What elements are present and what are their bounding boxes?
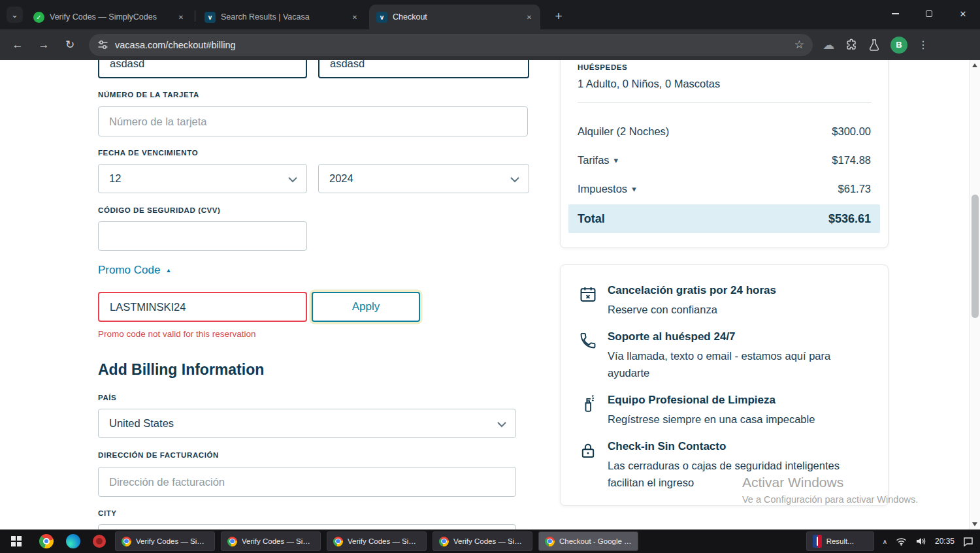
tab-checkout-active[interactable]: v Checkout ✕ (369, 5, 540, 29)
divider (578, 102, 872, 103)
tab-title: Verify Codes — SimplyCodes (50, 12, 170, 22)
promo-error-text: Promo code not valid for this reservatio… (98, 329, 256, 339)
country-select[interactable]: United States (98, 409, 516, 438)
total-label: Total (578, 212, 605, 226)
tab-verify-codes[interactable]: ✓ Verify Codes — SimplyCodes ✕ (26, 5, 192, 29)
taskbar-button-verify-3[interactable]: Verify Codes — Simp... (327, 531, 427, 551)
benefit-desc: Regístrese siempre en una casa impecable (608, 411, 868, 428)
last-name-field[interactable] (318, 60, 529, 78)
price-row-taxes: Impuestos ▾ $61.73 (578, 183, 871, 195)
windows-logo-icon (11, 536, 22, 546)
checkout-page: NÚMERO DE LA TARJETA FECHA DE VENCIMIENT… (0, 60, 980, 529)
chrome-icon (227, 537, 237, 546)
taskbar-clock[interactable]: 20:35 (935, 537, 955, 546)
back-button[interactable]: ← (7, 34, 29, 56)
taxes-expander[interactable]: Impuestos ▾ (578, 183, 636, 195)
close-window-button[interactable]: ✕ (946, 0, 980, 27)
phone-icon (579, 332, 597, 350)
billing-address-field[interactable] (98, 467, 516, 497)
benefit-title: Check-in Sin Contacto (608, 439, 868, 454)
promo-toggle-label: Promo Code (98, 264, 160, 277)
nba-icon (813, 535, 822, 548)
tab-close-icon[interactable]: ✕ (349, 11, 361, 23)
lock-icon (579, 441, 597, 460)
taskbar-button-verify-2[interactable]: Verify Codes — Simp... (221, 531, 321, 551)
total-row: Total $536.61 (568, 204, 880, 233)
expiration-label: FECHA DE VENCIMIENTO (98, 149, 198, 157)
city-field[interactable] (98, 524, 516, 529)
guests-label: HUÉSPEDES (578, 63, 627, 71)
billing-heading: Add Billing Information (98, 361, 264, 379)
year-value: 2024 (329, 172, 353, 185)
taskbar-button-label: Verify Codes — Simp... (242, 537, 314, 545)
benefit-title: Cancelación gratis por 24 horas (608, 283, 868, 298)
chrome-icon (122, 537, 131, 546)
card-number-field[interactable] (98, 106, 528, 136)
chrome-icon[interactable] (39, 534, 54, 548)
first-name-field[interactable] (98, 60, 307, 78)
promo-code-field[interactable] (98, 292, 307, 322)
benefit-item: Soporte al huésped 24/7 Vía llamada, tex… (578, 330, 875, 381)
price-row-rent: Alquiler (2 Noches) $300.00 (578, 125, 871, 138)
minimize-button[interactable] (878, 0, 912, 27)
tab-close-icon[interactable]: ✕ (175, 11, 187, 23)
site-settings-tune-icon[interactable] (97, 39, 108, 50)
promo-code-toggle[interactable]: Promo Code ▲ (98, 264, 171, 277)
reload-button[interactable]: ↻ (59, 34, 81, 56)
hidden-icons-chevron[interactable]: ∧ (883, 538, 887, 545)
cloud-icon[interactable]: ☁ (823, 39, 834, 51)
browser-menu-icon[interactable]: ⋮ (918, 39, 928, 51)
month-value: 12 (109, 172, 121, 185)
vertical-scrollbar[interactable] (969, 60, 980, 529)
cleaning-icon (579, 395, 597, 413)
benefits-card: Cancelación gratis por 24 horas Reserve … (560, 264, 889, 506)
vacasa-favicon: v (376, 12, 387, 23)
volume-icon[interactable] (915, 537, 926, 546)
bookmark-star-icon[interactable]: ☆ (794, 38, 804, 52)
browser-titlebar: ⌄ ✓ Verify Codes — SimplyCodes ✕ v Searc… (0, 0, 980, 29)
cvv-field[interactable] (98, 221, 307, 251)
address-bar[interactable]: vacasa.com/checkout#billing ☆ (89, 34, 813, 56)
action-center-icon[interactable] (963, 537, 973, 546)
maximize-icon (926, 10, 932, 17)
record-app-icon[interactable] (93, 535, 106, 548)
taskbar-button-checkout[interactable]: Checkout - Google C... (538, 531, 638, 551)
expiration-month-select[interactable]: 12 (98, 164, 307, 193)
tab-search-button[interactable]: ⌄ (7, 7, 23, 23)
taskbar-button-label: Verify Codes — Simp... (453, 537, 526, 545)
edge-icon[interactable] (66, 534, 80, 548)
start-button[interactable] (0, 529, 33, 553)
scroll-down-arrow-icon[interactable] (972, 522, 977, 526)
chrome-icon (439, 537, 449, 546)
tab-close-icon[interactable]: ✕ (523, 11, 535, 23)
benefit-title: Equipo Profesional de Limpieza (608, 393, 868, 407)
chevron-down-icon (510, 176, 520, 183)
url-text: vacasa.com/checkout#billing (115, 40, 236, 50)
forward-button[interactable]: → (33, 34, 55, 56)
benefit-desc: Vía llamada, texto o email - estamos aqu… (608, 347, 868, 381)
taskbar-button-result[interactable]: Result... (806, 531, 874, 551)
extensions-puzzle-icon[interactable] (845, 39, 858, 52)
network-icon[interactable] (896, 537, 907, 546)
system-tray: Result... ∧ 20:35 (806, 531, 980, 551)
watermark-line2: Ve a Configuración para activar Windows. (742, 494, 918, 505)
browser-toolbar: ← → ↻ vacasa.com/checkout#billing ☆ ☁ B … (0, 29, 980, 60)
tab-search-results[interactable]: v Search Results | Vacasa ✕ (197, 5, 366, 29)
expiration-year-select[interactable]: 2024 (318, 164, 529, 193)
taskbar-button-label: Checkout - Google C... (559, 537, 632, 545)
row-value: $174.88 (832, 154, 871, 166)
row-value: $300.00 (832, 125, 871, 138)
toolbar-right-icons: ☁ B ⋮ (823, 37, 928, 54)
new-tab-button[interactable]: + (550, 8, 567, 25)
maximize-button[interactable] (912, 0, 946, 27)
tab-separator (195, 10, 195, 22)
flask-icon[interactable] (868, 39, 880, 52)
profile-avatar[interactable]: B (890, 37, 907, 54)
caret-down-icon: ▾ (632, 184, 636, 194)
scroll-up-arrow-icon[interactable] (972, 63, 977, 67)
fees-expander[interactable]: Tarifas ▾ (578, 154, 618, 166)
scrollbar-thumb[interactable] (972, 195, 979, 318)
taskbar-button-verify-4[interactable]: Verify Codes — Simp... (433, 531, 532, 551)
taskbar-button-verify-1[interactable]: Verify Codes — Simp... (115, 531, 215, 551)
apply-button[interactable]: Apply (312, 292, 420, 322)
